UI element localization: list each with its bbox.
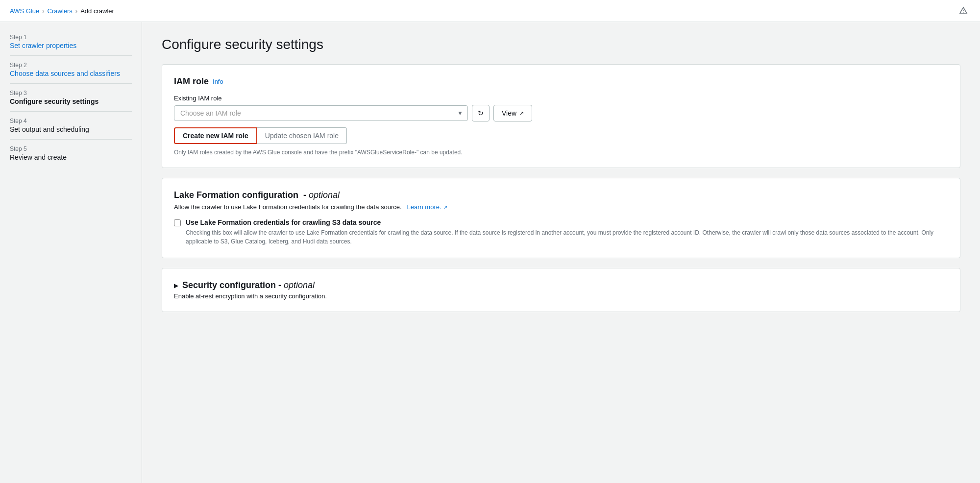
iam-role-card: IAM role Info Existing IAM role Choose a… <box>162 64 960 168</box>
step-2-number: Step 2 <box>10 62 132 69</box>
breadcrumb-add-crawler: Add crawler <box>80 7 114 15</box>
sidebar-step-4: Step 4 Set output and scheduling <box>10 118 132 133</box>
lake-formation-checkbox-row: Use Lake Formation credentials for crawl… <box>174 218 948 246</box>
lake-formation-title-main: Lake Formation configuration <box>174 190 298 200</box>
lake-formation-description: Allow the crawler to use Lake Formation … <box>174 203 948 211</box>
lake-formation-title-optional: optional <box>309 190 340 200</box>
view-button-label: View <box>502 109 516 117</box>
svg-point-2 <box>963 12 964 13</box>
lake-formation-checkbox-content: Use Lake Formation credentials for crawl… <box>186 218 948 246</box>
page-title: Configure security settings <box>162 37 960 52</box>
external-link-icon: ↗ <box>519 110 524 117</box>
security-config-card: ▶ Security configuration - optional Enab… <box>162 268 960 312</box>
triangle-expand-icon: ▶ <box>174 282 178 289</box>
learn-more-external-icon: ↗ <box>443 204 447 210</box>
iam-role-card-title: IAM role Info <box>174 76 948 87</box>
sidebar-item-review-create: Review and create <box>10 153 132 161</box>
update-iam-role-button[interactable]: Update chosen IAM role <box>257 127 347 144</box>
sidebar: Step 1 Set crawler properties Step 2 Cho… <box>0 22 142 483</box>
step-1-number: Step 1 <box>10 34 132 41</box>
learn-more-link[interactable]: Learn more. ↗ <box>405 203 447 211</box>
lake-formation-checkbox-desc: Checking this box will allow the crawler… <box>186 228 948 246</box>
lake-formation-title: Lake Formation configuration - optional <box>174 190 948 200</box>
sidebar-step-3: Step 3 Configure security settings <box>10 90 132 105</box>
sidebar-item-set-output: Set output and scheduling <box>10 125 132 133</box>
security-config-description: Enable at-rest encryption with a securit… <box>174 292 948 300</box>
step-4-number: Step 4 <box>10 118 132 124</box>
iam-role-info-link[interactable]: Info <box>213 78 223 85</box>
lake-formation-checkbox[interactable] <box>174 219 181 226</box>
refresh-button[interactable]: ↻ <box>472 105 490 121</box>
create-iam-role-button[interactable]: Create new IAM role <box>174 127 257 144</box>
iam-role-note: Only IAM roles created by the AWS Glue c… <box>174 149 948 156</box>
settings-icon <box>956 4 970 18</box>
iam-role-select[interactable]: Choose an IAM role <box>174 105 468 121</box>
main-content: Configure security settings IAM role Inf… <box>142 22 980 483</box>
sidebar-step-1: Step 1 Set crawler properties <box>10 34 132 49</box>
iam-action-buttons-row: Create new IAM role Update chosen IAM ro… <box>174 127 948 144</box>
refresh-icon: ↻ <box>478 109 484 117</box>
lake-formation-checkbox-label: Use Lake Formation credentials for crawl… <box>186 218 948 226</box>
breadcrumb-crawlers[interactable]: Crawlers <box>48 7 73 15</box>
view-button[interactable]: View ↗ <box>493 105 532 121</box>
sidebar-item-set-crawler-properties[interactable]: Set crawler properties <box>10 42 132 49</box>
breadcrumb-bar: AWS Glue › Crawlers › Add crawler <box>0 0 980 22</box>
lake-formation-card: Lake Formation configuration - optional … <box>162 178 960 258</box>
sidebar-step-2: Step 2 Choose data sources and classifie… <box>10 62 132 77</box>
security-config-title: Security configuration - optional <box>182 280 315 290</box>
step-3-number: Step 3 <box>10 90 132 97</box>
breadcrumb-sep-2: › <box>75 7 77 15</box>
existing-iam-role-label: Existing IAM role <box>174 95 948 102</box>
breadcrumb-aws-glue[interactable]: AWS Glue <box>10 7 39 15</box>
step-5-number: Step 5 <box>10 145 132 152</box>
iam-role-input-row: Choose an IAM role ▼ ↻ View ↗ <box>174 105 948 121</box>
iam-select-wrapper: Choose an IAM role ▼ <box>174 105 468 121</box>
sidebar-step-5: Step 5 Review and create <box>10 145 132 161</box>
security-config-title-row[interactable]: ▶ Security configuration - optional <box>174 280 948 290</box>
breadcrumb-sep-1: › <box>42 7 44 15</box>
sidebar-item-choose-data-sources[interactable]: Choose data sources and classifiers <box>10 70 132 77</box>
iam-role-title-text: IAM role <box>174 76 209 87</box>
sidebar-item-configure-security: Configure security settings <box>10 97 132 105</box>
